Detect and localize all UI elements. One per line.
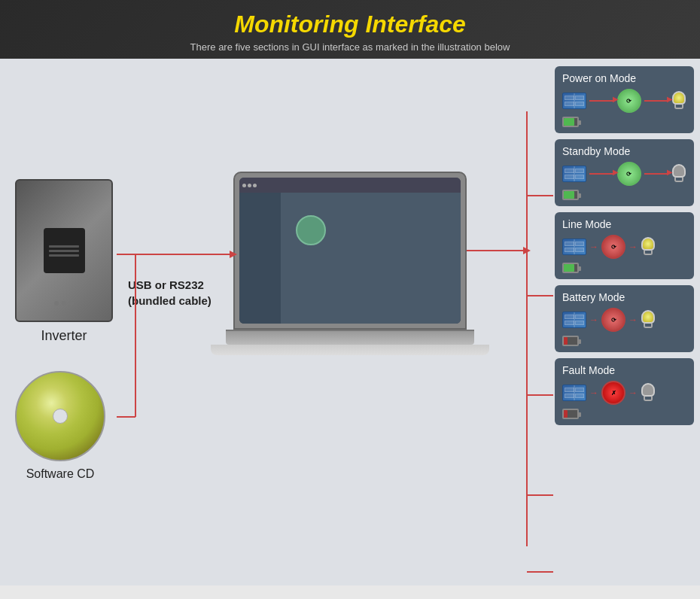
- solar-panel-icon-2: [562, 166, 586, 182]
- mode-title-standby: Standby Mode: [562, 145, 630, 157]
- circle-icon-4: ⟳: [601, 308, 625, 332]
- page-title: Monitoring Interface: [8, 11, 692, 38]
- cd-label: Software CD: [26, 467, 95, 481]
- laptop-section: [233, 172, 489, 355]
- circle-icon-2: ⟳: [617, 162, 641, 186]
- battery-icon-2: [562, 190, 579, 200]
- laptop-gui: [239, 178, 461, 324]
- cd-hole: [53, 409, 68, 424]
- battery-icon-3: [562, 263, 579, 273]
- circle-icon-5: ✗: [601, 381, 625, 405]
- solar-panel-icon-5: [562, 385, 586, 401]
- circle-icon-1: ⟳: [617, 89, 641, 113]
- mode-box-battery: Battery Mode → ⟳ →: [555, 285, 694, 352]
- battery-icon-1: [562, 117, 579, 127]
- laptop-bottom: [211, 345, 489, 355]
- mode-title-line: Line Mode: [562, 218, 611, 230]
- bulb-icon-1: [671, 91, 686, 111]
- laptop-base: [226, 330, 474, 345]
- inverter-screen: [44, 228, 85, 273]
- solar-panel-icon-1: [562, 93, 586, 109]
- mode-title-battery: Battery Mode: [562, 291, 625, 303]
- laptop-screen-inner: [239, 178, 461, 324]
- solar-panel-icon-4: [562, 312, 586, 328]
- header: Monitoring Interface There are five sect…: [0, 0, 700, 59]
- battery-icon-4: [562, 336, 579, 346]
- page-subtitle: There are five sections in GUI interface…: [8, 41, 692, 53]
- mode-box-power-on: Power on Mode ⟳: [555, 66, 694, 133]
- inverter-device: [15, 179, 113, 322]
- battery-icon-5: [562, 409, 579, 419]
- mode-box-standby: Standby Mode ⟳: [555, 139, 694, 206]
- main-content: Inverter Software CD USB or RS232(bundle…: [0, 59, 700, 585]
- mode-box-line: Line Mode → ⟳ →: [555, 212, 694, 279]
- modes-section: Power on Mode ⟳: [555, 66, 694, 425]
- inverter-section: Inverter: [15, 179, 113, 344]
- usb-label: USB or RS232(bundled cable): [128, 277, 212, 309]
- mode-box-fault: Fault Mode → ✗ →: [555, 358, 694, 425]
- cd-section: Software CD: [15, 371, 105, 481]
- bulb-icon-4: [641, 310, 656, 330]
- circle-icon-3: ⟳: [601, 235, 625, 259]
- bulb-icon-2: [671, 164, 686, 184]
- inverter-label: Inverter: [41, 328, 87, 344]
- mode-title-fault: Fault Mode: [562, 364, 615, 376]
- mode-title-power-on: Power on Mode: [562, 72, 636, 84]
- svg-marker-5: [523, 247, 531, 254]
- cd-disc: [15, 371, 105, 461]
- laptop-screen-outer: [233, 172, 467, 330]
- bulb-icon-5: [641, 383, 656, 403]
- bulb-icon-3: [641, 237, 656, 257]
- solar-panel-icon-3: [562, 239, 586, 255]
